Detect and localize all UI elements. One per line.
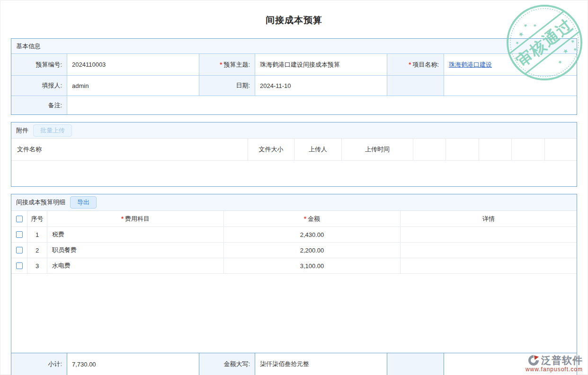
checkbox-cell bbox=[11, 258, 27, 273]
amount-words-value: 柒仟柒佰叁拾元整 bbox=[255, 353, 387, 375]
remark-label: 备注: bbox=[11, 96, 67, 114]
batch-upload-button[interactable]: 批量上传 bbox=[33, 124, 72, 137]
date-value: 2024-11-10 bbox=[255, 76, 387, 96]
amount-cell: 2,430.00 bbox=[224, 227, 401, 242]
empty-value-cell bbox=[444, 76, 577, 96]
col-upload-time: 上传时间 bbox=[342, 139, 413, 160]
attachment-header-empty-cell bbox=[413, 139, 446, 160]
attachment-header-empty-cell bbox=[512, 139, 545, 160]
required-asterisk: * bbox=[304, 215, 306, 222]
col-file-size: 文件大小 bbox=[248, 139, 294, 160]
select-all-checkbox[interactable] bbox=[16, 216, 23, 222]
subject-label: * 预算主题: bbox=[199, 54, 255, 75]
col-uploader: 上传人 bbox=[294, 139, 342, 160]
amount-cell: 2,200.00 bbox=[224, 243, 401, 258]
col-seq: 序号 bbox=[27, 211, 47, 227]
amount-cell: 3,100.00 bbox=[224, 258, 401, 273]
col-amount: * 金额 bbox=[224, 211, 401, 227]
col-info: 详情 bbox=[401, 211, 577, 227]
attachments-table-header: 文件名称 文件大小 上传人 上传时间 bbox=[11, 139, 577, 161]
attachments-empty-body bbox=[11, 161, 577, 186]
filler-label: 填报人: bbox=[11, 76, 67, 96]
attachments-header: 附件 批量上传 bbox=[11, 122, 577, 139]
table-row: 3 水电费 3,100.00 bbox=[11, 258, 577, 274]
checkbox-cell bbox=[11, 243, 27, 258]
col-file-name: 文件名称 bbox=[11, 139, 248, 160]
info-cell bbox=[401, 258, 577, 273]
detail-table-footer: 小计: 7,730.00 金额大写: 柒仟柒佰叁拾元整 bbox=[11, 353, 577, 375]
detail-table-header: 序号 * 费用科目 * 金额 详情 bbox=[11, 211, 577, 227]
fanpu-logo-icon bbox=[528, 355, 539, 366]
required-asterisk: * bbox=[409, 61, 411, 68]
detail-title: 间接成本预算明细 bbox=[16, 198, 65, 207]
seq-cell: 1 bbox=[27, 227, 47, 242]
basic-info-title: 基本信息 bbox=[16, 42, 41, 51]
basic-info-section: 基本信息 预算编号: 2024110003 * 预算主题: 珠海鹤港口建设间接成… bbox=[11, 38, 577, 115]
subtotal-value: 7,730.00 bbox=[67, 353, 199, 375]
basic-info-row-3: 备注: bbox=[11, 96, 577, 114]
footer-empty-label-cell bbox=[387, 353, 444, 375]
attachment-header-empty-cell bbox=[479, 139, 512, 160]
seq-cell: 2 bbox=[27, 243, 47, 258]
date-label: 日期: bbox=[199, 76, 255, 96]
detail-section: 间接成本预算明细 导出 序号 * 费用科目 * 金额 详情 1 税费 2 bbox=[11, 194, 577, 375]
basic-info-row-2: 填报人: admin 日期: 2024-11-10 bbox=[11, 75, 577, 96]
detail-empty-space bbox=[11, 274, 577, 353]
table-row: 1 税费 2,430.00 bbox=[11, 227, 577, 243]
basic-info-row-1: 预算编号: 2024110003 * 预算主题: 珠海鹤港口建设间接成本预算 *… bbox=[11, 54, 577, 75]
subtotal-label: 小计: bbox=[11, 353, 67, 375]
attachments-title: 附件 bbox=[16, 126, 28, 135]
svg-text:★: ★ bbox=[517, 30, 525, 39]
filler-value: admin bbox=[67, 76, 199, 96]
empty-label-cell bbox=[387, 76, 444, 96]
row-checkbox[interactable] bbox=[16, 231, 23, 238]
row-checkbox[interactable] bbox=[16, 262, 23, 269]
budget-no-label: 预算编号: bbox=[11, 54, 67, 75]
subject-value: 珠海鹤港口建设间接成本预算 bbox=[255, 54, 387, 75]
select-all-cell bbox=[11, 211, 27, 227]
required-asterisk: * bbox=[220, 61, 222, 68]
seq-cell: 3 bbox=[27, 258, 47, 273]
budget-no-value: 2024110003 bbox=[67, 54, 199, 75]
fanpu-logo-text: 泛普软件 bbox=[541, 355, 583, 366]
project-label: * 项目名称: bbox=[387, 54, 444, 75]
basic-info-header: 基本信息 bbox=[11, 39, 577, 54]
required-asterisk: * bbox=[121, 215, 124, 222]
amount-words-label: 金额大写: bbox=[199, 353, 255, 375]
attachment-header-empty-cell bbox=[545, 139, 577, 160]
page: 间接成本预算 审核通过 ★ ★ ★ ★ ★ ★ ★ ★ 基本信息 预算编号: bbox=[0, 0, 588, 375]
row-checkbox[interactable] bbox=[16, 247, 23, 253]
detail-header: 间接成本预算明细 导出 bbox=[11, 194, 577, 211]
remark-value bbox=[67, 96, 577, 114]
subject-cell: 水电费 bbox=[47, 258, 224, 273]
attachments-section: 附件 批量上传 文件名称 文件大小 上传人 上传时间 bbox=[11, 122, 577, 187]
col-subject: * 费用科目 bbox=[47, 211, 224, 227]
project-value: 珠海鹤港口建设 bbox=[444, 54, 577, 75]
checkbox-cell bbox=[11, 227, 27, 242]
info-cell bbox=[401, 243, 577, 258]
info-cell bbox=[401, 227, 577, 242]
export-button[interactable]: 导出 bbox=[70, 196, 97, 209]
subject-cell: 职员餐费 bbox=[47, 243, 224, 258]
attachment-header-empty-cell bbox=[446, 139, 479, 160]
project-link[interactable]: 珠海鹤港口建设 bbox=[449, 61, 492, 69]
fanpu-logo-url: www.fanpusoft.com bbox=[526, 366, 583, 373]
fanpu-logo: 泛普软件 www.fanpusoft.com bbox=[526, 355, 583, 373]
page-title: 间接成本预算 bbox=[11, 14, 577, 26]
table-row: 2 职员餐费 2,200.00 bbox=[11, 243, 577, 258]
subject-cell: 税费 bbox=[47, 227, 224, 242]
